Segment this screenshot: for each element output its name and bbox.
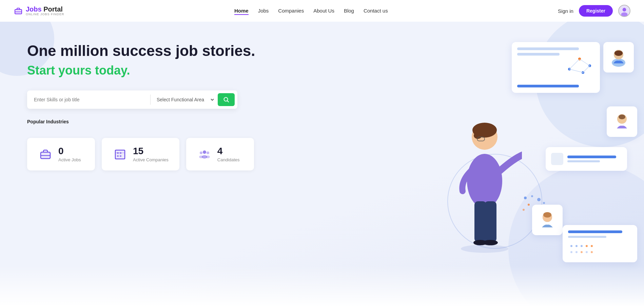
profile-avatar-top — [608, 47, 629, 67]
svg-point-66 — [591, 245, 593, 247]
card-line-2 — [517, 53, 560, 56]
float-card-profile-top — [603, 42, 634, 73]
logo-title: Jobs Portal — [26, 5, 64, 13]
profile-avatar-mid — [612, 111, 632, 132]
navbar: Jobs Portal ONLINE JOBS FINDER Home Jobs… — [0, 0, 644, 22]
logo: Jobs Portal ONLINE JOBS FINDER — [14, 5, 64, 16]
float-card-bar — [546, 147, 627, 171]
svg-point-27 — [474, 132, 482, 139]
hero-subheading: Start yours today. — [27, 63, 319, 78]
svg-point-53 — [528, 204, 530, 206]
nav-about[interactable]: About Us — [313, 8, 334, 14]
hero-illustration — [420, 32, 644, 276]
svg-point-55 — [543, 202, 545, 204]
stat-label-companies: Active Companies — [133, 157, 169, 162]
float-card-profile-bot — [532, 205, 563, 235]
svg-point-67 — [570, 251, 572, 253]
svg-point-61 — [543, 212, 551, 218]
svg-point-70 — [586, 251, 588, 253]
card-bar-line1 — [567, 156, 616, 158]
card-bar-content — [567, 156, 622, 162]
svg-point-65 — [586, 245, 588, 247]
svg-point-71 — [591, 251, 593, 253]
card-line-1 — [517, 47, 579, 50]
card-bar-blue — [517, 85, 579, 87]
stat-label-candidates: Candidates — [217, 157, 240, 162]
profile-avatar-bot — [537, 210, 558, 230]
svg-line-43 — [569, 59, 580, 69]
stat-card-companies: 15 Active Companies — [102, 138, 179, 170]
search-input[interactable] — [33, 94, 147, 105]
stat-info-companies: 15 Active Companies — [133, 146, 169, 162]
svg-point-62 — [570, 245, 572, 247]
logo-icon — [14, 6, 23, 16]
card-bar-line2 — [567, 160, 600, 162]
users-icon — [197, 147, 212, 162]
bottom-card-dots — [568, 243, 602, 256]
svg-point-24 — [467, 154, 502, 208]
hero-section: One million success job stories. Start y… — [0, 22, 644, 306]
bottom-card-line2 — [568, 236, 606, 238]
nav-blog[interactable]: Blog — [344, 8, 354, 14]
hero-heading: One million success job stories. — [27, 42, 319, 60]
svg-point-63 — [575, 245, 578, 247]
svg-rect-15 — [117, 155, 119, 157]
svg-line-7 — [228, 101, 229, 102]
nav-home[interactable]: Home — [234, 8, 249, 15]
search-icon — [223, 97, 229, 103]
float-card-bottom — [563, 225, 637, 262]
stat-number-candidates: 4 — [217, 146, 240, 157]
svg-rect-31 — [485, 201, 496, 242]
svg-point-21 — [199, 156, 203, 158]
search-button[interactable] — [218, 93, 235, 106]
float-card-profile-mid — [607, 106, 637, 137]
svg-point-22 — [207, 151, 209, 154]
stat-info-candidates: 4 Candidates — [217, 146, 240, 162]
svg-point-56 — [523, 209, 525, 211]
popular-industries-label: Popular Industries — [27, 119, 319, 124]
svg-point-69 — [581, 251, 583, 253]
register-button[interactable]: Register — [579, 5, 613, 17]
float-card-main — [512, 42, 600, 93]
stat-card-jobs: 0 Active Jobs — [27, 138, 95, 170]
nav-contact[interactable]: Contact us — [364, 8, 388, 14]
search-bar: Select Functional AreaIT & SoftwareMarke… — [27, 90, 237, 109]
svg-point-18 — [203, 150, 206, 154]
bottom-card-line1 — [568, 230, 622, 233]
svg-rect-16 — [120, 155, 121, 157]
building-icon — [113, 147, 128, 162]
logo-subtitle: ONLINE JOBS FINDER — [26, 13, 64, 16]
svg-point-38 — [614, 50, 623, 56]
avatar-icon — [619, 5, 630, 17]
svg-point-5 — [621, 12, 628, 16]
svg-point-68 — [575, 251, 578, 253]
hero-content: One million success job stories. Start y… — [27, 42, 319, 170]
card-bar-icon — [551, 153, 563, 165]
stat-info-jobs: 0 Active Jobs — [58, 146, 81, 162]
man-figure — [447, 96, 522, 259]
nav-right: Sign in Register — [558, 5, 630, 17]
nav-companies[interactable]: Companies — [278, 8, 304, 14]
functional-area-select[interactable]: Select Functional AreaIT & SoftwareMarke… — [154, 94, 215, 105]
svg-point-20 — [200, 151, 202, 154]
svg-point-4 — [623, 8, 626, 12]
stats-row: 0 Active Jobs — [27, 138, 319, 170]
svg-point-23 — [206, 156, 210, 158]
stat-label-jobs: Active Jobs — [58, 157, 81, 162]
search-divider — [150, 95, 151, 105]
signin-link[interactable]: Sign in — [558, 8, 573, 14]
network-graph — [563, 52, 597, 76]
stat-card-candidates: 4 Candidates — [186, 138, 254, 170]
svg-rect-11 — [115, 150, 125, 159]
user-avatar[interactable] — [618, 5, 630, 17]
nav-jobs[interactable]: Jobs — [258, 8, 269, 14]
briefcase-icon — [38, 147, 53, 162]
svg-point-49 — [619, 115, 625, 119]
stat-number-jobs: 0 — [58, 146, 81, 157]
svg-point-33 — [483, 240, 498, 245]
svg-line-44 — [580, 59, 590, 66]
svg-point-50 — [524, 197, 527, 199]
svg-point-34 — [461, 245, 508, 253]
svg-line-45 — [583, 66, 590, 73]
svg-point-64 — [581, 245, 583, 247]
